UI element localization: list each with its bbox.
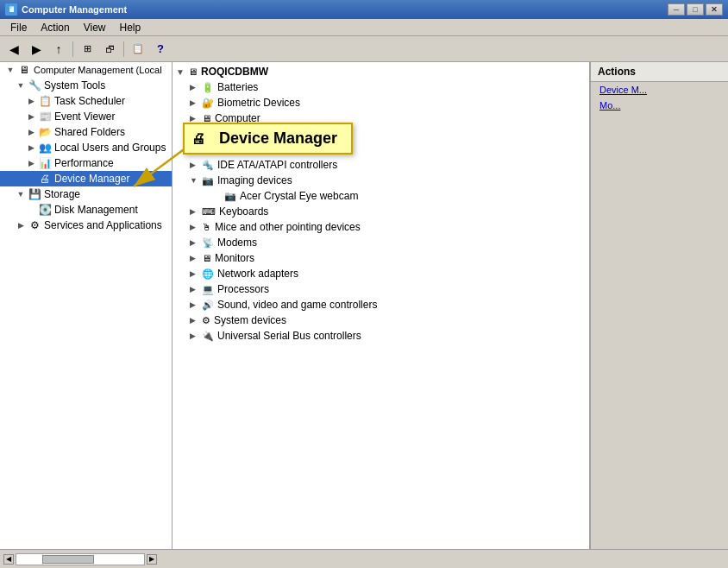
expand-icon: ▶ — [14, 218, 28, 232]
tree-label: Local Users and Groups — [54, 142, 166, 154]
new-window-button[interactable]: 🗗 — [99, 40, 120, 59]
expand-icon: ▼ — [14, 79, 28, 92]
up-button[interactable]: ↑ — [48, 40, 69, 59]
device-network[interactable]: ▶ 🌐 Network adapters — [173, 266, 589, 281]
menu-view[interactable]: View — [77, 20, 113, 35]
tree-item-computer-management[interactable]: ▼ 🖥 Computer Management (Local — [0, 62, 172, 78]
tree-item-performance[interactable]: ▶ 📊 Performance — [0, 155, 172, 171]
scroll-thumb[interactable] — [42, 555, 94, 564]
device-label: Imaging devices — [217, 174, 292, 186]
device-modems[interactable]: ▶ 📡 Modems — [173, 235, 589, 250]
device-batteries[interactable]: ▶ 🔋 Batteries — [173, 79, 589, 95]
tree-item-system-tools[interactable]: ▼ 🔧 System Tools — [0, 78, 172, 93]
device-sysdevices[interactable]: ▶ ⚙ System devices — [173, 312, 589, 328]
tree-item-shared-folders[interactable]: ▶ 📂 Shared Folders — [0, 124, 172, 140]
toolbar-separator-1 — [72, 41, 73, 57]
forward-button[interactable]: ▶ — [26, 40, 47, 59]
device-label: Modems — [217, 237, 257, 249]
device-label: System devices — [214, 314, 286, 326]
title-icon: 🖥 — [5, 3, 17, 16]
window-frame: 🖥 Computer Management ─ □ ✕ File Action … — [0, 0, 728, 568]
device-ide[interactable]: ▶ 🔩 IDE ATA/ATAPI controllers — [173, 157, 589, 173]
tree-item-device-manager[interactable]: 🖨 Device Manager — [0, 171, 172, 186]
minimize-button[interactable]: ─ — [668, 3, 685, 16]
services-icon: ⚙ — [28, 218, 41, 232]
actions-panel: Actions Device M... Mo... — [590, 62, 728, 549]
show-hide-console-button[interactable]: ⊞ — [77, 40, 97, 59]
device-processors[interactable]: ▶ 💻 Processors — [173, 281, 589, 297]
expand-icon: ▼ — [3, 63, 17, 77]
help-button[interactable]: ? — [150, 40, 171, 59]
devmgr-icon: 🖨 — [38, 172, 52, 186]
menu-help[interactable]: Help — [113, 20, 148, 35]
maximize-button[interactable]: □ — [687, 3, 704, 16]
tree-label: Shared Folders — [54, 126, 125, 138]
device-label: Network adapters — [217, 268, 298, 280]
toolbar-separator-2 — [123, 41, 124, 57]
window-controls: ─ □ ✕ — [668, 3, 723, 16]
users-icon: 👥 — [38, 141, 52, 155]
device-label: Batteries — [217, 81, 258, 93]
toolbar: ◀ ▶ ↑ ⊞ 🗗 📋 ? — [0, 36, 728, 62]
scroll-right-button[interactable]: ▶ — [147, 554, 157, 565]
scroll-track[interactable] — [16, 553, 145, 565]
tree-item-disk-management[interactable]: 💽 Disk Management — [0, 202, 172, 218]
event-icon: 📰 — [38, 110, 52, 123]
tree-label: Task Scheduler — [54, 95, 125, 107]
device-sound[interactable]: ▶ 🔊 Sound, video and game controllers — [173, 297, 589, 312]
tools-icon: 🔧 — [28, 79, 41, 92]
tree-item-event-viewer[interactable]: ▶ 📰 Event Viewer — [0, 109, 172, 124]
device-keyboards[interactable]: ▶ ⌨ Keyboards — [173, 204, 589, 219]
device-root[interactable]: ▼ 🖥 ROQICDBMW — [173, 62, 589, 79]
tree-item-services[interactable]: ▶ ⚙ Services and Applications — [0, 218, 172, 233]
storage-icon: 💾 — [28, 187, 41, 201]
device-label: Sound, video and game controllers — [217, 299, 377, 311]
tree-item-task-scheduler[interactable]: ▶ 📋 Task Scheduler — [0, 93, 172, 109]
tree-label: Device Manager — [54, 173, 129, 185]
menu-action[interactable]: Action — [34, 20, 76, 35]
callout-box: 🖨 Device Manager — [183, 123, 353, 155]
task-icon: 📋 — [38, 94, 52, 108]
left-tree-panel: ▼ 🖥 Computer Management (Local ▼ 🔧 Syste… — [0, 62, 173, 549]
tree-label: Disk Management — [54, 204, 138, 216]
tree-item-local-users[interactable]: ▶ 👥 Local Users and Groups — [0, 140, 172, 155]
expand-icon — [24, 172, 38, 186]
tree-label: Performance — [54, 157, 114, 169]
title-bar: 🖥 Computer Management ─ □ ✕ — [0, 0, 728, 19]
close-button[interactable]: ✕ — [706, 3, 723, 16]
device-label: Universal Serial Bus controllers — [217, 330, 361, 342]
device-monitors[interactable]: ▶ 🖥 Monitors — [173, 250, 589, 266]
actions-header: Actions — [591, 62, 728, 82]
expand-icon — [24, 203, 38, 217]
device-label: Monitors — [215, 252, 254, 264]
device-webcam[interactable]: 📷 Acer Crystal Eye webcam — [173, 188, 589, 204]
device-label: Keyboards — [219, 205, 268, 218]
tree-label: System Tools — [44, 79, 105, 92]
tree-item-storage[interactable]: ▼ 💾 Storage — [0, 186, 172, 202]
device-usb[interactable]: ▶ 🔌 Universal Serial Bus controllers — [173, 328, 589, 344]
window-title: Computer Management — [22, 4, 127, 15]
expand-icon: ▶ — [24, 156, 38, 170]
back-button[interactable]: ◀ — [3, 40, 24, 59]
menu-bar: File Action View Help — [0, 19, 728, 36]
action-more[interactable]: Mo... — [591, 98, 728, 113]
shared-icon: 📂 — [38, 125, 52, 139]
action-device-manager[interactable]: Device M... — [591, 82, 728, 98]
tree-label: Computer Management (Local — [34, 65, 162, 75]
perf-icon: 📊 — [38, 156, 52, 170]
scroll-left-button[interactable]: ◀ — [3, 554, 14, 565]
device-biometric[interactable]: ▶ 🔐 Biometric Devices — [173, 95, 589, 110]
disk-icon: 💽 — [38, 203, 52, 217]
device-label: Biometric Devices — [217, 97, 300, 109]
device-mice[interactable]: ▶ 🖱 Mice and other pointing devices — [173, 219, 589, 235]
tree-label: Services and Applications — [44, 219, 162, 231]
expand-icon: ▶ — [24, 94, 38, 108]
status-bar: ◀ ▶ — [0, 549, 728, 568]
expand-icon: ▶ — [24, 110, 38, 123]
expand-icon: ▼ — [14, 187, 28, 201]
device-imaging[interactable]: ▼ 📷 Imaging devices — [173, 173, 589, 188]
tree-label: Event Viewer — [54, 110, 115, 123]
properties-button[interactable]: 📋 — [128, 40, 148, 59]
menu-file[interactable]: File — [3, 20, 34, 35]
device-label: Acer Crystal Eye webcam — [240, 190, 358, 202]
